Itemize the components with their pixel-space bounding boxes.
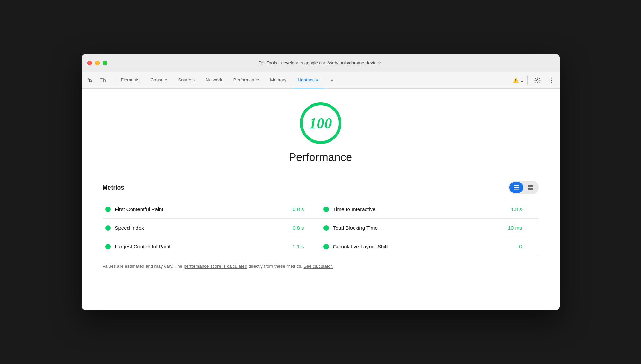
more-button[interactable] [546,75,557,86]
metric-row-1: Speed Index 0.8 s Total Blocking Time 10… [103,219,539,237]
svg-rect-6 [514,185,519,186]
tab-divider [114,75,114,85]
tbt-dot [323,225,329,231]
metric-si: Speed Index 0.8 s [103,219,321,237]
svg-rect-7 [514,187,519,188]
tbt-value: 10 ms [508,225,536,231]
cls-value: 0 [519,244,536,249]
svg-rect-11 [528,188,531,190]
tab-sources[interactable]: Sources [172,72,200,88]
tbt-name: Total Blocking Time [333,225,504,231]
cls-dot [323,244,329,249]
score-label: Performance [289,151,352,164]
si-dot [105,225,111,231]
si-value: 0.8 s [293,225,318,231]
si-name: Speed Index [115,225,288,231]
warning-count: 1 [520,78,523,83]
svg-rect-8 [514,189,519,190]
warning-badge[interactable]: ⚠️ 1 [513,77,523,83]
tab-lighthouse[interactable]: Lighthouse [292,72,325,88]
metrics-header: Metrics [103,181,539,194]
svg-rect-12 [531,188,533,190]
svg-point-4 [551,80,552,81]
metric-row-0: First Contentful Paint 0.8 s Time to Int… [103,200,539,219]
tti-dot [323,207,329,212]
tab-elements[interactable]: Elements [115,72,145,88]
tabs-container: Elements Console Sources Network Perform… [115,72,513,88]
metric-fcp: First Contentful Paint 0.8 s [103,200,321,218]
view-toggle [508,181,539,194]
footer-text-before: Values are estimated and may vary. The [103,264,184,269]
score-circle: 100 [300,102,341,144]
metric-cls: Cumulative Layout Shift 0 [321,237,539,256]
tab-network[interactable]: Network [200,72,228,88]
minimize-button[interactable] [95,61,100,65]
score-section: 100 Performance [103,102,539,174]
fcp-value: 0.8 s [293,206,318,212]
score-value: 100 [309,115,332,132]
tabbar-actions: ⚠️ 1 [513,75,557,86]
lcp-value: 1.1 s [293,244,318,249]
metric-tti: Time to Interactive 1.8 s [321,200,539,218]
footer-note: Values are estimated and may vary. The p… [103,263,539,270]
metric-row-2: Largest Contentful Paint 1.1 s Cumulativ… [103,237,539,256]
lcp-dot [105,244,111,249]
footer-text-middle: directly from these metrics. [247,264,304,269]
svg-rect-9 [528,185,531,187]
svg-rect-1 [104,80,105,82]
tti-value: 1.8 s [511,206,536,212]
window-title: DevTools - developers.google.com/web/too… [259,60,383,65]
titlebar: DevTools - developers.google.com/web/too… [82,54,560,72]
tti-name: Time to Interactive [333,206,507,212]
warning-icon: ⚠️ [513,77,519,83]
main-content: 100 Performance Metrics [82,89,560,310]
fcp-dot [105,207,111,212]
settings-button[interactable] [532,75,543,86]
metrics-section: Metrics [103,181,539,270]
tab-performance[interactable]: Performance [228,72,265,88]
maximize-button[interactable] [103,61,107,65]
tab-console[interactable]: Console [145,72,173,88]
tab-memory[interactable]: Memory [265,72,292,88]
fcp-name: First Contentful Paint [115,206,288,212]
close-button[interactable] [87,61,92,65]
metrics-title: Metrics [103,184,124,191]
cls-name: Cumulative Layout Shift [333,244,515,249]
traffic-lights [87,61,107,65]
perf-score-link[interactable]: performance score is calculated [184,264,247,269]
metric-tbt: Total Blocking Time 10 ms [321,219,539,237]
metric-lcp: Largest Contentful Paint 1.1 s [103,237,321,256]
tabbar: Elements Console Sources Network Perform… [82,72,560,89]
metrics-grid: First Contentful Paint 0.8 s Time to Int… [103,200,539,256]
tab-more[interactable]: » [325,72,339,88]
list-view-button[interactable] [509,182,523,193]
svg-rect-10 [531,185,533,187]
svg-point-5 [551,82,552,83]
inspector-icon[interactable] [84,75,96,86]
calculator-link[interactable]: See calculator. [303,264,333,269]
devtools-window: DevTools - developers.google.com/web/too… [82,54,560,310]
svg-rect-0 [100,79,104,82]
lcp-name: Largest Contentful Paint [115,244,288,249]
action-divider [527,75,528,85]
device-toggle-icon[interactable] [97,75,108,86]
devtools-tools [84,75,108,86]
grid-view-button[interactable] [524,182,538,193]
svg-point-3 [551,77,552,78]
svg-point-2 [536,79,538,81]
